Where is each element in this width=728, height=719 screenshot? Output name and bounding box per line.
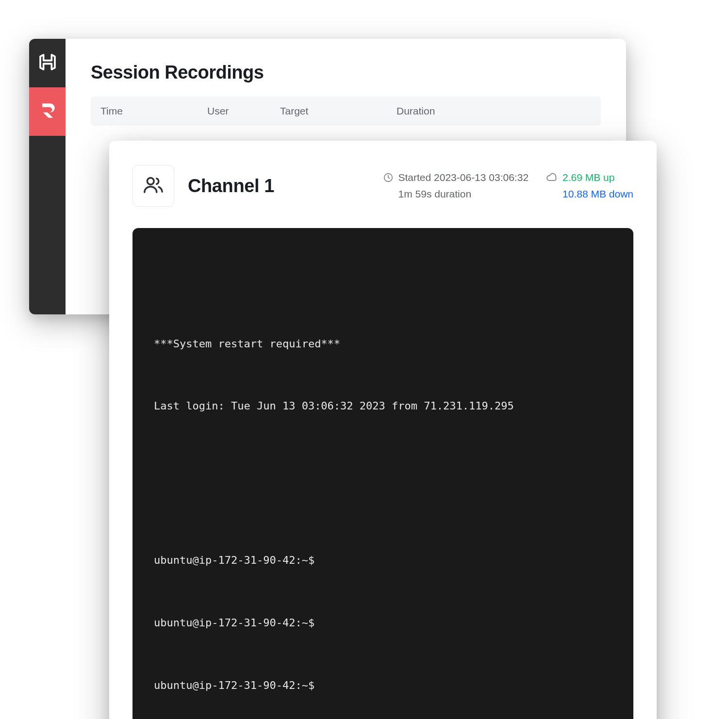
terminal-line: Last login: Tue Jun 13 03:06:32 2023 fro…: [154, 396, 612, 417]
sidebar-item-hashicorp[interactable]: [29, 39, 66, 87]
recordings-table-header: Time User Target Duration: [91, 97, 601, 126]
terminal-line: ubuntu@ip-172-31-90-42:~$: [154, 550, 612, 571]
channel-card: Channel 1 Started 2023-06-13 03:06:32 1m: [109, 141, 657, 719]
bytes-down: 10.88 MB down: [563, 188, 633, 200]
terminal-line: ***System restart required***: [154, 334, 612, 355]
channel-badge: [132, 165, 174, 207]
col-duration: Duration: [397, 105, 469, 117]
hashicorp-icon: [38, 52, 57, 74]
clock-icon: [383, 172, 394, 183]
col-time: Time: [100, 105, 207, 117]
terminal-line: ubuntu@ip-172-31-90-42:~$: [154, 613, 612, 634]
duration-label: 1m 59s duration: [398, 188, 472, 200]
col-target: Target: [280, 105, 397, 117]
started-label: Started 2023-06-13 03:06:32: [398, 172, 529, 183]
svg-point-0: [147, 178, 154, 184]
channel-meta: Started 2023-06-13 03:06:32 1m 59s durat…: [383, 172, 633, 200]
channel-header: Channel 1 Started 2023-06-13 03:06:32 1m: [132, 165, 633, 207]
col-user: User: [207, 105, 280, 117]
cloud-icon: [546, 172, 558, 183]
users-icon: [142, 174, 165, 198]
channel-title: Channel 1: [188, 176, 274, 196]
terminal-line: ubuntu@ip-172-31-90-42:~$: [154, 675, 612, 696]
page-title: Session Recordings: [91, 62, 601, 83]
boundary-icon: [37, 100, 58, 123]
sidebar: [29, 39, 66, 314]
bytes-up: 2.69 MB up: [563, 172, 614, 183]
sidebar-item-boundary[interactable]: [29, 87, 66, 136]
terminal: ***System restart required*** Last login…: [132, 228, 633, 719]
